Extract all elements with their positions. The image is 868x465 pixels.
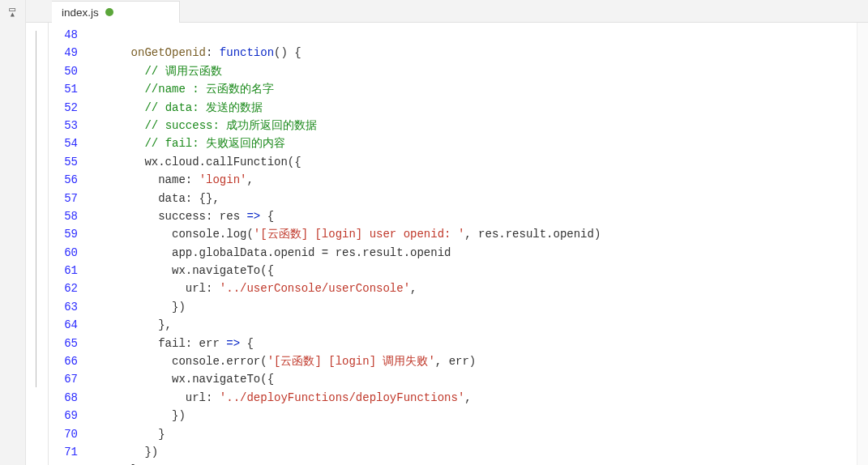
code-token: fail: err [104, 337, 226, 350]
code-line[interactable]: url: '../deployFunctions/deployFunctions… [94, 389, 868, 407]
code-token: url: [104, 282, 220, 295]
code-token: }, [104, 318, 172, 331]
line-number: 68 [49, 389, 94, 407]
tab-bar: index.js [26, 0, 868, 23]
code-token: => [246, 210, 260, 223]
line-number: 72 [49, 461, 94, 465]
line-number: 66 [49, 352, 94, 370]
code-token: wx.navigateTo({ [104, 264, 274, 277]
line-number: 51 [49, 80, 94, 98]
code-line[interactable]: console.log('[云函数] [login] user openid: … [94, 225, 868, 243]
code-line[interactable]: }) [94, 298, 868, 316]
code-line[interactable]: fail: err => { [94, 335, 868, 352]
code-token: () { [274, 46, 301, 59]
line-number: 55 [49, 153, 94, 171]
code-token: => [226, 337, 240, 350]
code-token: , [246, 173, 253, 186]
line-number: 67 [49, 370, 94, 388]
code-token: function [220, 46, 274, 59]
line-number: 61 [49, 262, 94, 279]
code-line[interactable]: // data: 发送的数据 [94, 99, 868, 117]
code-token: // fail: 失败返回的内容 [144, 137, 285, 150]
tab-bar-spacer [26, 0, 52, 22]
code-token: //name : 云函数的名字 [144, 83, 274, 96]
line-number: 71 [49, 443, 94, 461]
code-line[interactable]: onGetOpenid: function() { [94, 44, 868, 62]
code-line[interactable]: console.error('[云函数] [login] 调用失败', err) [94, 352, 868, 370]
left-tool-gutter: ▯◂ [0, 0, 26, 465]
code-token: success: res [104, 210, 246, 223]
code-token: , [410, 282, 417, 295]
code-line[interactable]: name: 'login', [94, 171, 868, 189]
line-number: 62 [49, 279, 94, 297]
code-line[interactable] [94, 26, 868, 44]
line-number: 63 [49, 298, 94, 316]
code-token: '../userConsole/userConsole' [220, 282, 410, 295]
fold-ruler-icon [36, 31, 36, 387]
code-token: 'login' [199, 173, 247, 186]
code-token: // 调用云函数 [144, 65, 221, 78]
line-number: 57 [49, 190, 94, 207]
code-token [104, 137, 144, 150]
line-number: 65 [49, 335, 94, 352]
code-area[interactable]: onGetOpenid: function() { // 调用云函数 //nam… [94, 23, 868, 465]
code-token: app.globalData.openid = res.result.openi… [104, 246, 451, 259]
code-line[interactable]: // 调用云函数 [94, 62, 868, 80]
code-token: onGetOpenid [131, 46, 206, 59]
code-line[interactable]: }, [94, 461, 868, 465]
code-line[interactable]: } [94, 425, 868, 443]
line-number: 69 [49, 407, 94, 424]
code-token [104, 65, 144, 78]
code-line[interactable]: // success: 成功所返回的数据 [94, 117, 868, 134]
code-token [104, 119, 144, 132]
fold-gutter[interactable] [26, 23, 49, 465]
code-token: , [464, 391, 471, 404]
code-token: name: [104, 173, 199, 186]
code-line[interactable]: }, [94, 316, 868, 334]
line-number: 58 [49, 207, 94, 225]
line-number: 64 [49, 316, 94, 334]
code-token [104, 101, 144, 114]
code-token: }) [104, 301, 186, 314]
code-line[interactable]: }) [94, 407, 868, 424]
code-token: , res.result.openid) [464, 228, 601, 241]
line-number-gutter: 4849505152535455565758596061626364656667… [49, 23, 94, 465]
line-number: 48 [49, 26, 94, 44]
line-number: 59 [49, 225, 94, 243]
code-line[interactable]: // fail: 失败返回的内容 [94, 134, 868, 152]
code-line[interactable]: url: '../userConsole/userConsole', [94, 279, 868, 297]
code-line[interactable]: wx.cloud.callFunction({ [94, 153, 868, 171]
code-token: }) [104, 446, 158, 459]
line-number: 49 [49, 44, 94, 62]
editor-container: 4849505152535455565758596061626364656667… [26, 23, 868, 465]
code-token [104, 46, 131, 59]
code-line[interactable]: }) [94, 443, 868, 461]
tab-filename: index.js [62, 6, 99, 19]
code-line[interactable]: wx.navigateTo({ [94, 262, 868, 279]
line-number: 52 [49, 99, 94, 117]
code-line[interactable]: success: res => { [94, 207, 868, 225]
code-token: }) [104, 409, 186, 422]
code-line[interactable]: app.globalData.openid = res.result.openi… [94, 244, 868, 262]
code-token: // data: 发送的数据 [144, 101, 263, 114]
code-token: '[云函数] [login] user openid: ' [254, 228, 464, 241]
code-token: } [104, 428, 165, 441]
editor-main: index.js 4849505152535455565758596061626… [26, 0, 868, 465]
panel-toggle-icon[interactable]: ▯◂ [6, 6, 19, 16]
code-token: wx.cloud.callFunction({ [104, 156, 301, 169]
code-line[interactable]: wx.navigateTo({ [94, 370, 868, 388]
code-line[interactable]: //name : 云函数的名字 [94, 80, 868, 98]
vertical-scrollbar[interactable] [857, 23, 868, 465]
code-token: '../deployFunctions/deployFunctions' [220, 391, 464, 404]
code-token: url: [104, 391, 220, 404]
line-number: 54 [49, 134, 94, 152]
line-number: 53 [49, 117, 94, 134]
code-token: { [260, 210, 274, 223]
code-token: , err) [435, 355, 476, 368]
dirty-indicator-icon [105, 8, 113, 16]
line-number: 50 [49, 62, 94, 80]
line-number: 70 [49, 425, 94, 443]
editor[interactable]: 4849505152535455565758596061626364656667… [49, 23, 868, 465]
tab-file[interactable]: index.js [52, 1, 180, 23]
code-line[interactable]: data: {}, [94, 190, 868, 207]
